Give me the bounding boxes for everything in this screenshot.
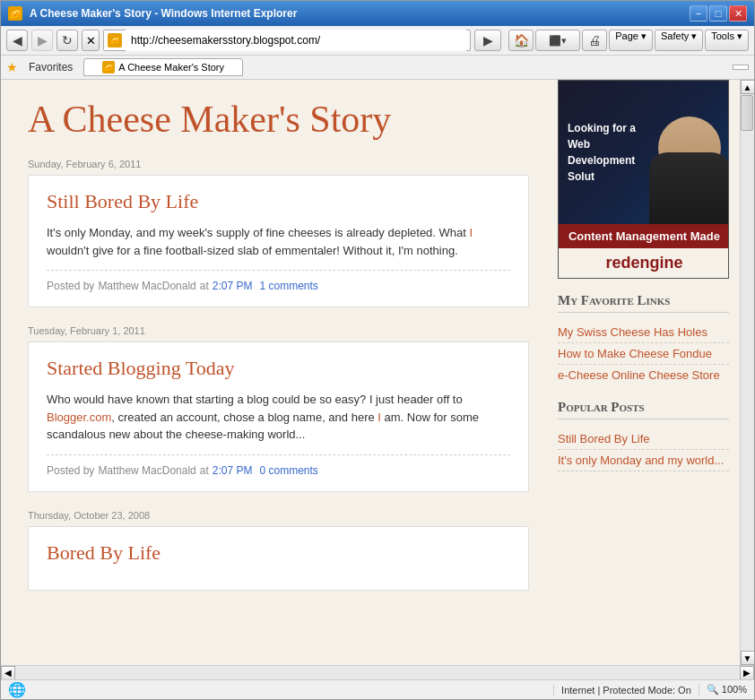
scroll-track[interactable] bbox=[741, 94, 755, 651]
favorite-links-heading: My Favorite Links bbox=[558, 293, 729, 313]
post-body-2: Who would have known that starting a blo… bbox=[47, 391, 510, 444]
popular-post-2: It's only Monday and my world... bbox=[558, 450, 729, 471]
status-zone: Internet | Protected Mode: On bbox=[553, 685, 691, 696]
favorites-tab[interactable]: 🧀 A Cheese Maker's Story bbox=[83, 58, 243, 76]
post-divider-2 bbox=[47, 454, 510, 455]
address-bar-container: 🧀 bbox=[103, 30, 471, 51]
blog-title: A Cheese Maker's Story bbox=[28, 98, 520, 141]
feeds-button[interactable]: ⬛▾ bbox=[535, 30, 580, 51]
tab-search[interactable] bbox=[733, 65, 749, 70]
page-button[interactable]: Page ▾ bbox=[609, 30, 653, 51]
post-footer-1: Posted by Matthew MacDonald at 2:07 PM 1… bbox=[47, 280, 510, 292]
sidebar-link-3[interactable]: e-Cheese Online Cheese Store bbox=[558, 365, 729, 385]
toolbar-extras: 🏠 ⬛▾ 🖨 Page ▾ Safety ▾ Tools ▾ bbox=[508, 30, 749, 51]
post-link-1[interactable]: I bbox=[470, 226, 473, 239]
favorite-links-section: My Favorite Links My Swiss Cheese Has Ho… bbox=[558, 293, 729, 385]
safety-button[interactable]: Safety ▾ bbox=[655, 30, 703, 51]
post-card-1: Still Bored By Life It's only Monday, an… bbox=[28, 175, 529, 307]
tab-favicon: 🧀 bbox=[102, 61, 115, 73]
post-divider-1 bbox=[47, 270, 510, 271]
post-footer-2: Posted by Matthew MacDonald at 2:07 PM 0… bbox=[47, 464, 510, 477]
scroll-up-arrow[interactable]: ▲ bbox=[741, 80, 755, 94]
at-label-1: at bbox=[200, 280, 209, 292]
post-author-1: Matthew MacDonald bbox=[98, 280, 195, 292]
sidebar-link-2[interactable]: How to Make Cheese Fondue bbox=[558, 343, 729, 365]
popular-post-link-2[interactable]: It's only Monday and my world... bbox=[558, 454, 724, 467]
globe-icon: 🌐 bbox=[8, 681, 26, 698]
horizontal-scrollbar[interactable]: ◀ ▶ bbox=[1, 665, 754, 679]
blogger-link[interactable]: Blogger.com bbox=[47, 410, 111, 424]
ad-text: Looking for a WebDevelopment Solut bbox=[568, 120, 721, 185]
go-button[interactable]: ▶ bbox=[474, 30, 501, 51]
home-button[interactable]: 🏠 bbox=[508, 30, 534, 51]
at-label-2: at bbox=[200, 464, 209, 477]
forward-button[interactable]: ▶ bbox=[31, 30, 53, 51]
post-date-2: Tuesday, February 1, 2011 bbox=[28, 325, 529, 336]
post-comments-2[interactable]: 0 comments bbox=[259, 464, 317, 477]
post-card-3: Bored By Life bbox=[28, 526, 529, 591]
i-link-2[interactable]: I bbox=[378, 410, 381, 424]
window-icon: 🧀 bbox=[8, 6, 22, 21]
tools-button[interactable]: Tools ▾ bbox=[705, 30, 749, 51]
status-bar: 🌐 Internet | Protected Mode: On 🔍 100% bbox=[1, 679, 754, 699]
favorites-bar: ★ Favorites 🧀 A Cheese Maker's Story bbox=[1, 56, 754, 80]
blog-sidebar: Looking for a WebDevelopment Solut Conte… bbox=[547, 80, 740, 665]
post-card-2: Started Blogging Today Who would have kn… bbox=[28, 341, 529, 492]
scroll-thumb[interactable] bbox=[741, 95, 753, 131]
title-bar: 🧀 A Cheese Maker's Story - Windows Inter… bbox=[1, 1, 754, 26]
window-title: A Cheese Maker's Story - Windows Interne… bbox=[30, 7, 682, 20]
tab-label: A Cheese Maker's Story bbox=[118, 62, 224, 73]
browser-window: 🧀 A Cheese Maker's Story - Windows Inter… bbox=[0, 0, 755, 700]
ad-bottom-text: Content Management Made bbox=[559, 224, 729, 248]
post-author-2: Matthew MacDonald bbox=[98, 464, 195, 477]
post-body-1: It's only Monday, and my week's supply o… bbox=[47, 224, 510, 259]
posted-by-label-1: Posted by bbox=[47, 280, 94, 292]
stop-button[interactable]: ✕ bbox=[82, 30, 100, 51]
favicon: 🧀 bbox=[108, 33, 122, 48]
ad-banner[interactable]: Looking for a WebDevelopment Solut Conte… bbox=[558, 80, 729, 279]
posted-by-label-2: Posted by bbox=[47, 464, 94, 477]
ad-image: Looking for a WebDevelopment Solut Conte… bbox=[559, 81, 729, 278]
post-title-2: Started Blogging Today bbox=[47, 357, 510, 380]
vertical-scrollbar[interactable]: ▲ ▼ bbox=[740, 80, 754, 665]
star-icon: ★ bbox=[6, 60, 18, 74]
post-time-2[interactable]: 2:07 PM bbox=[213, 464, 253, 477]
zoom-icon: 🔍 bbox=[707, 684, 719, 695]
minimize-button[interactable]: − bbox=[690, 5, 707, 22]
post-title-1: Still Bored By Life bbox=[47, 190, 510, 213]
post-date-3: Thursday, October 23, 2008 bbox=[28, 510, 529, 521]
ad-top: Looking for a WebDevelopment Solut bbox=[559, 81, 729, 224]
refresh-button[interactable]: ↻ bbox=[56, 30, 78, 51]
blog-content: Sunday, February 6, 2011 Still Bored By … bbox=[1, 150, 547, 618]
print-button[interactable]: 🖨 bbox=[582, 30, 607, 51]
popular-post-1: Still Bored By Life bbox=[558, 428, 729, 450]
post-time-1[interactable]: 2:07 PM bbox=[213, 280, 253, 292]
favorites-button[interactable]: Favorites bbox=[25, 59, 76, 75]
hscroll-track[interactable] bbox=[15, 666, 740, 680]
scroll-left-arrow[interactable]: ◀ bbox=[1, 666, 15, 680]
post-comments-1[interactable]: 1 comments bbox=[259, 280, 317, 292]
maximize-button[interactable]: □ bbox=[709, 5, 727, 22]
scroll-down-arrow[interactable]: ▼ bbox=[741, 651, 755, 665]
blog-header: A Cheese Maker's Story bbox=[1, 80, 547, 150]
back-button[interactable]: ◀ bbox=[6, 30, 28, 51]
window-controls: − □ ✕ bbox=[690, 5, 747, 22]
blog-main: A Cheese Maker's Story Sunday, February … bbox=[1, 80, 547, 665]
url-input[interactable] bbox=[126, 30, 466, 51]
zoom-level: 100% bbox=[722, 684, 747, 695]
post-title-3: Bored By Life bbox=[47, 541, 510, 565]
popular-post-link-1[interactable]: Still Bored By Life bbox=[558, 432, 650, 445]
ad-brand-text: redengine bbox=[559, 248, 729, 278]
navigation-toolbar: ◀ ▶ ↻ ✕ 🧀 ▶ 🏠 ⬛▾ 🖨 Page ▾ Safety ▾ Tools… bbox=[1, 26, 754, 56]
sidebar-link-1[interactable]: My Swiss Cheese Has Holes bbox=[558, 322, 729, 343]
popular-posts-heading: Popular Posts bbox=[558, 400, 729, 419]
post-date-1: Sunday, February 6, 2011 bbox=[28, 159, 529, 169]
close-button[interactable]: ✕ bbox=[729, 5, 747, 22]
popular-posts-section: Popular Posts Still Bored By Life It's o… bbox=[558, 400, 729, 471]
status-zoom: 🔍 100% bbox=[699, 684, 747, 696]
content-area: A Cheese Maker's Story Sunday, February … bbox=[1, 80, 754, 665]
scroll-right-arrow[interactable]: ▶ bbox=[740, 666, 754, 680]
